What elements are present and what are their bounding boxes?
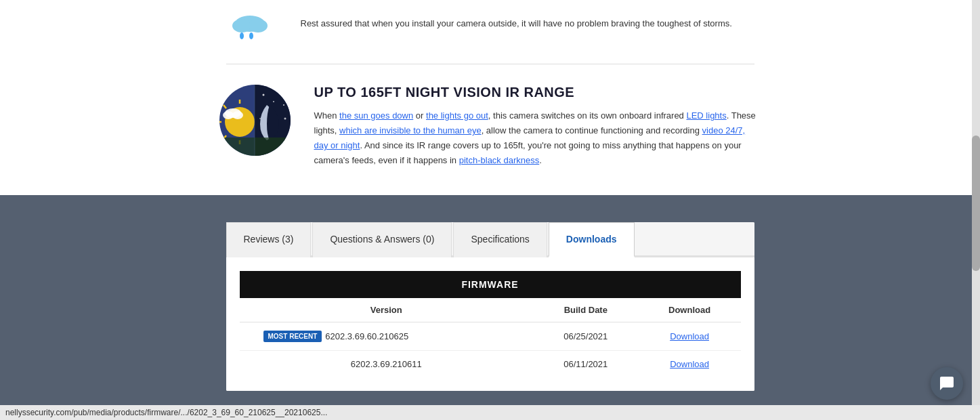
status-bar: nellyssecurity.com/pub/media/products/fi… bbox=[0, 405, 980, 420]
svg-point-1 bbox=[232, 19, 251, 33]
tab-reviews[interactable]: Reviews (3) bbox=[226, 222, 312, 257]
svg-point-20 bbox=[232, 111, 243, 119]
chat-icon bbox=[939, 375, 955, 392]
build-date-2: 06/11/2021 bbox=[533, 351, 639, 378]
svg-point-7 bbox=[262, 94, 264, 96]
night-vision-title: UP TO 165FT NIGHT VISION IR RANGE bbox=[314, 85, 761, 100]
svg-point-21 bbox=[259, 118, 261, 119]
night-vision-icon bbox=[219, 85, 294, 156]
section-divider bbox=[226, 64, 754, 64]
tab-content-downloads: FIRMWARE Version Build Date Download MOS… bbox=[226, 257, 754, 391]
firmware-table: Version Build Date Download MOST RECENT … bbox=[240, 298, 741, 377]
night-vision-description: When the sun goes down or the lights go … bbox=[314, 108, 761, 168]
download-link-2[interactable]: Download bbox=[670, 359, 709, 369]
svg-point-3 bbox=[240, 33, 244, 39]
table-row: MOST RECENT 6202.3.69.60.210625 06/25/20… bbox=[240, 322, 741, 351]
rain-icon bbox=[219, 14, 280, 43]
svg-point-2 bbox=[249, 19, 268, 33]
build-date-1: 06/25/2021 bbox=[533, 322, 639, 351]
most-recent-badge: MOST RECENT bbox=[263, 331, 322, 342]
tabs-nav: Reviews (3) Questions & Answers (0) Spec… bbox=[226, 222, 754, 257]
firmware-header: FIRMWARE bbox=[240, 271, 741, 298]
scrollbar-thumb[interactable] bbox=[972, 135, 980, 271]
rain-description: Rest assured that when you install your … bbox=[301, 14, 732, 31]
svg-point-22 bbox=[284, 118, 286, 120]
tab-specifications[interactable]: Specifications bbox=[453, 222, 547, 257]
svg-point-19 bbox=[223, 111, 234, 119]
col-build-date: Build Date bbox=[533, 298, 639, 322]
version-cell-2: 6202.3.69.210611 bbox=[240, 351, 533, 378]
table-header-row: Version Build Date Download bbox=[240, 298, 741, 322]
svg-point-8 bbox=[273, 101, 274, 102]
night-vision-content: UP TO 165FT NIGHT VISION IR RANGE When t… bbox=[314, 85, 761, 168]
version-with-badge: MOST RECENT 6202.3.69.60.210625 bbox=[250, 331, 523, 342]
download-cell-1: Download bbox=[639, 322, 741, 351]
download-cell-2: Download bbox=[639, 351, 741, 378]
table-row: 6202.3.69.210611 06/11/2021 Download bbox=[240, 351, 741, 378]
status-url: nellyssecurity.com/pub/media/products/fi… bbox=[5, 408, 327, 417]
col-download: Download bbox=[639, 298, 741, 322]
version-number-1: 6202.3.69.60.210625 bbox=[325, 331, 408, 341]
tab-qa[interactable]: Questions & Answers (0) bbox=[312, 222, 452, 257]
col-version: Version bbox=[240, 298, 533, 322]
svg-point-4 bbox=[249, 33, 253, 39]
svg-point-9 bbox=[279, 91, 281, 93]
scrollbar[interactable] bbox=[972, 0, 980, 420]
svg-rect-23 bbox=[219, 138, 291, 156]
tab-downloads[interactable]: Downloads bbox=[549, 222, 635, 257]
tabs-container: Reviews (3) Questions & Answers (0) Spec… bbox=[226, 222, 754, 391]
dark-section: Reviews (3) Questions & Answers (0) Spec… bbox=[0, 195, 980, 420]
rain-row: Rest assured that when you install your … bbox=[219, 14, 761, 43]
version-cell-1: MOST RECENT 6202.3.69.60.210625 bbox=[240, 322, 533, 351]
download-link-1[interactable]: Download bbox=[670, 331, 709, 341]
night-vision-row: UP TO 165FT NIGHT VISION IR RANGE When t… bbox=[219, 85, 761, 168]
version-number-2: 6202.3.69.210611 bbox=[351, 359, 422, 369]
top-section: Rest assured that when you install your … bbox=[0, 0, 980, 195]
chat-button[interactable] bbox=[931, 367, 963, 400]
svg-point-11 bbox=[283, 104, 284, 106]
